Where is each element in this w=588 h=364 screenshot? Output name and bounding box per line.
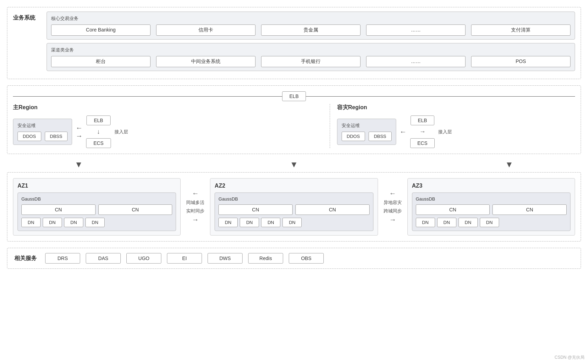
channel-title: 渠道类业务 — [51, 47, 570, 53]
disaster-dbss: DBSS — [369, 132, 391, 141]
az1-arrow: ▼ — [7, 160, 150, 169]
az1-az2-sync-label-1: 同城多活 — [186, 200, 204, 206]
disaster-access-label-col: 接入层 — [438, 129, 452, 135]
az2-dn-row: DN DN DN DN — [218, 218, 369, 227]
elb-top-area: ELB — [13, 91, 575, 101]
main-region-title: 主Region — [13, 104, 323, 111]
service-drs: DRS — [45, 253, 80, 264]
channel-items-row: 柜台 中间业务系统 手机银行 …… POS — [51, 56, 570, 67]
disaster-security-box: 安全运维 DDOS DBSS — [337, 119, 396, 145]
disaster-ecs-box: ECS — [410, 138, 435, 148]
az1-cn-0: CN — [21, 204, 96, 215]
az3-title: AZ3 — [412, 183, 570, 189]
az1-dn-0: DN — [21, 218, 41, 227]
main-region-block: 主Region 安全运维 DDOS DBSS ← → ELB — [13, 104, 330, 148]
az1-dn-row: DN DN DN DN — [21, 218, 172, 227]
main-region-content: 安全运维 DDOS DBSS ← → ELB ↓ ECS — [13, 115, 323, 148]
right-line — [306, 96, 575, 97]
az3-block: AZ3 GaussDB CN CN DN DN DN DN — [407, 178, 575, 236]
az2-gaussdb-title: GaussDB — [218, 196, 369, 202]
az2-az3-sync-label-2: 跨城同步 — [384, 208, 402, 214]
business-inner: 核心交易业务 Core Banking 信用卡 贵金属 …… 支付清算 渠道类业… — [41, 7, 581, 79]
spacer1 — [150, 160, 222, 169]
az1-az2-left-arrow: ← — [192, 189, 199, 197]
az1-gaussdb: GaussDB CN CN DN DN DN DN — [18, 192, 176, 231]
az2-block: AZ2 GaussDB CN CN DN DN DN DN — [210, 178, 378, 236]
service-ei: EI — [167, 253, 202, 264]
elb-top-box: ELB — [282, 91, 306, 101]
connector-arrows: ▼ ▼ ▼ — [7, 158, 581, 172]
az1-dn-2: DN — [64, 218, 83, 227]
az3-down-arrow-icon: ▼ — [505, 160, 513, 169]
az1-az2-sync-label-2: 实时同步 — [186, 208, 204, 214]
core-item-2: 贵金属 — [261, 24, 360, 36]
service-redis: Redis — [248, 253, 283, 264]
az3-cn-1: CN — [492, 204, 567, 215]
az2-gaussdb: GaussDB CN CN DN DN DN DN — [215, 192, 373, 231]
service-ugo: UGO — [126, 253, 161, 264]
core-title: 核心交易业务 — [51, 15, 570, 22]
disaster-region-title: 容灾Region — [337, 104, 575, 111]
service-das: DAS — [86, 253, 121, 264]
main-elb-ecs-col: ELB ↓ ECS — [86, 115, 111, 148]
disaster-arrow-left: ← — [400, 128, 407, 136]
related-services-section: 相关服务 DRS DAS UGO EI DWS Redis OBS — [7, 248, 581, 269]
disaster-region-content: 安全运维 DDOS DBSS ← ELB → ECS — [337, 115, 575, 148]
az3-dn-3: DN — [480, 218, 499, 227]
az3-dn-2: DN — [458, 218, 478, 227]
disaster-right-arrow: → — [419, 128, 426, 135]
disaster-elb-ecs-col: ELB → ECS — [410, 115, 435, 148]
business-system-label: 业务系统 — [7, 7, 41, 29]
az2-az3-left-arrow: ← — [389, 189, 396, 197]
core-transaction-row: 核心交易业务 Core Banking 信用卡 贵金属 …… 支付清算 — [47, 12, 575, 40]
az1-cn-row: CN CN — [21, 204, 172, 215]
main-ecs-box: ECS — [86, 138, 111, 148]
az2-dn-2: DN — [261, 218, 280, 227]
core-item-0: Core Banking — [51, 24, 150, 36]
spacer2 — [366, 160, 438, 169]
disaster-security-title: 安全运维 — [342, 122, 392, 129]
main-elb-box: ELB — [86, 115, 110, 125]
elb-connector-row: ELB — [13, 91, 575, 101]
az1-title: AZ1 — [18, 183, 176, 189]
az1-dn-1: DN — [43, 218, 62, 227]
related-services-label: 相关服务 — [14, 255, 37, 262]
disaster-ddos: DDOS — [342, 132, 365, 141]
az2-az3-sync-label-1: 异地容灾 — [384, 200, 402, 206]
az3-cn-row: CN CN — [416, 204, 567, 215]
main-access-label: 接入层 — [114, 129, 128, 135]
disaster-elb-box: ELB — [411, 115, 434, 125]
az2-dn-3: DN — [282, 218, 302, 227]
az3-dn-1: DN — [437, 218, 456, 227]
az3-gaussdb-title: GaussDB — [416, 196, 567, 202]
main-down-arrow: ↓ — [97, 128, 100, 135]
arrow-left-icon: ← — [76, 124, 83, 132]
business-system-section: 业务系统 核心交易业务 Core Banking 信用卡 贵金属 …… 支付清算… — [7, 7, 581, 79]
channel-item-3: …… — [366, 56, 465, 67]
az1-dn-3: DN — [85, 218, 105, 227]
service-obs: OBS — [289, 253, 324, 264]
channel-item-0: 柜台 — [51, 56, 150, 67]
main-security-box: 安全运维 DDOS DBSS — [13, 119, 72, 145]
az2-dn-1: DN — [240, 218, 259, 227]
az3-dn-row: DN DN DN DN — [416, 218, 567, 227]
az2-cn-0: CN — [218, 204, 293, 215]
core-items-row: Core Banking 信用卡 贵金属 …… 支付清算 — [51, 24, 570, 36]
az3-arrow: ▼ — [438, 160, 581, 169]
left-line — [13, 96, 282, 97]
watermark: CSDN @充伙局 — [554, 355, 584, 360]
az1-cn-1: CN — [98, 204, 173, 215]
az1-az2-separator: ← 同城多活 实时同步 ← — [181, 178, 210, 236]
az1-az2-right-arrow: ← — [192, 216, 199, 224]
main-dbss: DBSS — [45, 132, 68, 141]
core-item-1: 信用卡 — [156, 24, 255, 36]
az2-az3-separator: ← 异地容灾 跨城同步 ← — [378, 178, 407, 236]
core-item-4: 支付清算 — [471, 24, 570, 36]
az3-gaussdb: GaussDB CN CN DN DN DN DN — [412, 192, 570, 231]
main-security-title: 安全运维 — [18, 122, 68, 129]
regions-section: ELB 主Region 安全运维 DDOS DBSS ← — [7, 85, 581, 154]
channel-item-4: POS — [471, 56, 570, 67]
az2-dn-0: DN — [218, 218, 238, 227]
az1-down-arrow-icon: ▼ — [75, 160, 83, 169]
az1-block: AZ1 GaussDB CN CN DN DN DN DN — [13, 178, 181, 236]
